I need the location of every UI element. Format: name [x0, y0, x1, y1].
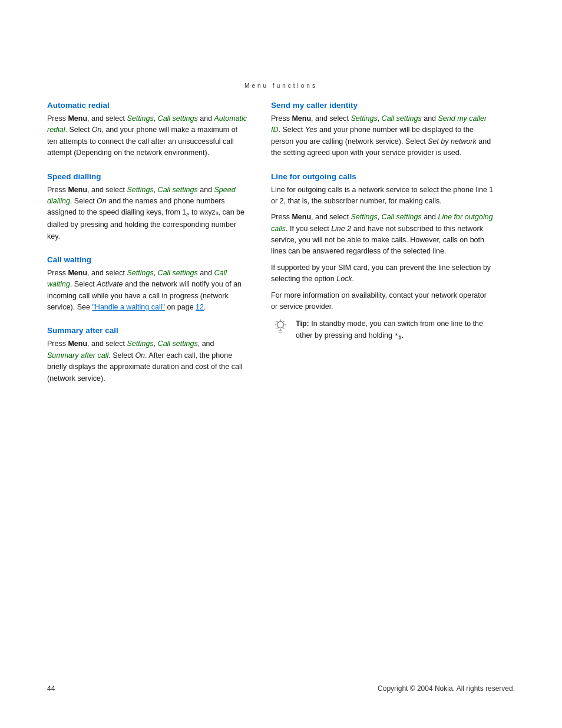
section-body-line-outgoing-calls-detail: Press Menu, and select Settings, Call se…: [271, 212, 495, 258]
left-column: Automatic redial Press Menu, and select …: [47, 101, 247, 397]
section-body-line-outgoing-availability: For more information on availability, co…: [271, 290, 495, 313]
section-body-speed-dialling: Press Menu, and select Settings, Call se…: [47, 185, 247, 242]
section-body-line-outgoing-lock: If supported by your SIM card, you can p…: [271, 262, 495, 285]
section-send-caller-identity: Send my caller identity Press Menu, and …: [271, 101, 495, 159]
page-number: 44: [47, 684, 55, 693]
section-body-send-caller-identity: Press Menu, and select Settings, Call se…: [271, 113, 495, 159]
section-title-automatic-redial: Automatic redial: [47, 101, 247, 110]
section-body-summary-after-call: Press Menu, and select Settings, Call se…: [47, 338, 247, 384]
svg-line-7: [283, 321, 285, 322]
section-body-automatic-redial: Press Menu, and select Settings, Call se…: [47, 113, 247, 159]
right-column: Send my caller identity Press Menu, and …: [271, 101, 495, 397]
section-body-line-outgoing-calls-intro: Line for outgoing calls is a network ser…: [271, 185, 495, 207]
section-title-call-waiting: Call waiting: [47, 255, 247, 264]
section-title-send-caller-identity: Send my caller identity: [271, 101, 495, 110]
header-label: Menu functions: [0, 0, 562, 101]
section-speed-dialling: Speed dialling Press Menu, and select Se…: [47, 172, 247, 242]
section-summary-after-call: Summary after call Press Menu, and selec…: [47, 326, 247, 384]
tip-icon: [271, 317, 290, 340]
tip-text: Tip: In standby mode, you can switch fro…: [296, 318, 495, 342]
content-area: Automatic redial Press Menu, and select …: [0, 101, 562, 397]
svg-line-5: [277, 321, 278, 322]
section-title-summary-after-call: Summary after call: [47, 326, 247, 335]
section-title-line-outgoing-calls: Line for outgoing calls: [271, 172, 495, 181]
page: Menu functions Automatic redial Press Me…: [0, 0, 562, 728]
footer: 44 Copyright © 2004 Nokia. All rights re…: [0, 684, 562, 693]
section-call-waiting: Call waiting Press Menu, and select Sett…: [47, 255, 247, 314]
svg-line-6: [283, 328, 285, 329]
section-title-speed-dialling: Speed dialling: [47, 172, 247, 181]
section-automatic-redial: Automatic redial Press Menu, and select …: [47, 101, 247, 159]
tip-box: Tip: In standby mode, you can switch fro…: [271, 318, 495, 342]
section-body-call-waiting: Press Menu, and select Settings, Call se…: [47, 268, 247, 314]
svg-line-8: [277, 328, 278, 329]
header-text: Menu functions: [244, 83, 318, 89]
section-line-outgoing-calls: Line for outgoing calls Line for outgoin…: [271, 172, 495, 342]
svg-point-0: [277, 322, 284, 328]
copyright: Copyright © 2004 Nokia. All rights reser…: [378, 684, 515, 693]
